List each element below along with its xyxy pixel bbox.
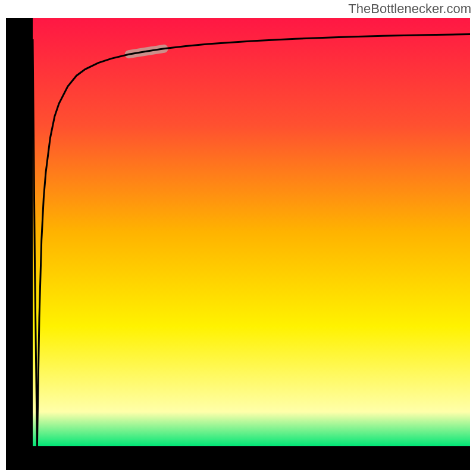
plot-background (33, 18, 470, 446)
chart-svg (0, 0, 476, 476)
chart-container: TheBottlenecker.com (0, 0, 476, 476)
attribution-text: TheBottlenecker.com (348, 1, 471, 17)
frame-bottom (6, 446, 470, 470)
frame-left (6, 18, 33, 470)
